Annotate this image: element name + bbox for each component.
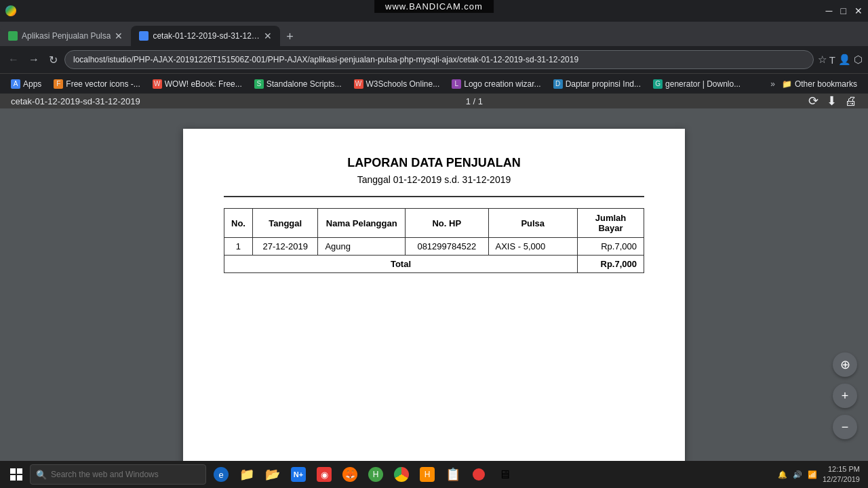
taskbar-right: 🔔 🔊 📶 12:15 PM 12/27/2019 [772,464,865,485]
tab-aplikasi[interactable]: Aplikasi Penjualan Pulsa ✕ [0,26,131,46]
bookmark-freevector[interactable]: F Free vector icons -... [48,78,145,90]
bookmark-wow[interactable]: W WOW! eBook: Free... [147,78,248,90]
address-input[interactable] [64,50,814,69]
bandicam-text: www.BANDICAM.com [385,1,483,12]
taskbar-app3[interactable]: 📂 [260,462,285,487]
taskbar-clock[interactable]: 12:15 PM 12/27/2019 [823,464,860,485]
extension-icon[interactable]: ⬡ [854,54,863,66]
taskbar-app5[interactable]: ◉ [312,462,336,487]
start-button[interactable] [3,461,30,488]
bookmark-wow-icon: W [153,79,162,89]
bookmark-daptar-label: Daptar propinsi Ind... [566,79,641,89]
zoom-controls: ⊕ + − [833,352,857,439]
bookmark-standalone[interactable]: S Standalone Scripts... [249,78,347,90]
taskbar-firefox-icon[interactable]: 🦊 [338,462,362,487]
close-button[interactable]: ✕ [854,5,863,16]
total-value: Rp.7,000 [577,256,644,273]
refresh-button[interactable]: ↻ [46,51,60,69]
bookmark-star-icon[interactable]: ☆ [818,54,827,66]
tab-close-2[interactable]: ✕ [264,30,272,41]
taskbar-notification-icon[interactable]: 🔔 [778,470,787,479]
report-divider [224,196,644,197]
taskbar-app7[interactable]: H [363,462,388,487]
bookmark-apps[interactable]: A Apps [5,78,47,90]
bandicam-watermark: www.BANDICAM.com [374,0,494,13]
maximize-button[interactable]: □ [841,5,846,16]
report-title: LAPORAN DATA PENJUALAN [224,156,644,170]
bookmark-w3schools-icon: W [354,79,363,89]
taskbar-time-display: 12:15 PM [828,464,860,474]
windows-icon [10,468,22,481]
address-bar: ← → ↻ ☆ T 👤 ⬡ [0,46,868,73]
col-nama: Nama Pelanggan [318,209,406,238]
bookmark-freevector-label: Free vector icons -... [66,79,140,89]
total-label: Total [224,256,578,273]
taskbar-explorer-icon[interactable]: 📁 [235,462,259,487]
taskbar-chrome-icon[interactable] [389,462,414,487]
pdf-toolbar: cetak-01-12-2019-sd-31-12-2019 1 / 1 ⟳ ⬇… [0,94,868,108]
pdf-download-button[interactable]: ⬇ [827,94,837,108]
col-pulsa: Pulsa [488,209,577,238]
zoom-in-button[interactable]: + [833,384,857,408]
bookmark-logo-icon: L [452,79,461,89]
pdf-page-container: LAPORAN DATA PENJUALAN Tanggal 01-12-201… [183,129,685,461]
other-bookmarks-label: Other bookmarks [795,79,857,89]
cell-no: 1 [224,238,253,256]
cell-jumlah: Rp.7,000 [577,238,644,256]
bookmark-daptar[interactable]: D Daptar propinsi Ind... [548,78,646,90]
minimize-button[interactable]: ─ [826,5,833,16]
bookmark-generator-icon: G [653,79,663,89]
translate-icon[interactable]: T [829,54,835,66]
taskbar-search-input[interactable] [51,470,200,479]
cell-nohp: 081299784522 [406,238,488,256]
browser-logo [5,5,16,16]
bookmark-w3schools[interactable]: W W3Schools Online... [349,78,446,90]
pdf-page-area: LAPORAN DATA PENJUALAN Tanggal 01-12-201… [0,108,868,461]
tab-close-1[interactable]: ✕ [115,30,123,41]
taskbar-app10[interactable]: 📋 [441,462,465,487]
taskbar-app4[interactable]: N+ [286,462,311,487]
cell-tanggal: 27-12-2019 [252,238,317,256]
taskbar-ie-icon[interactable]: e [209,462,233,487]
bookmark-freevector-icon: F [54,79,63,89]
bookmark-logo[interactable]: L Logo creation wizar... [446,78,546,90]
bookmark-daptar-icon: D [553,79,563,89]
pdf-page-info: 1 / 1 [466,96,483,106]
bookmark-wow-label: WOW! eBook: Free... [165,79,242,89]
taskbar-volume-icon[interactable]: 🔊 [793,470,802,479]
taskbar-app12[interactable]: 🖥 [492,462,517,487]
more-bookmarks-button[interactable]: » [770,79,775,89]
forward-button[interactable]: → [26,51,42,68]
back-button[interactable]: ← [5,51,22,68]
bookmark-standalone-icon: S [254,79,264,89]
taskbar-apps: e 📁 📂 N+ ◉ 🦊 H H 📋 [209,462,517,487]
taskbar-date-display: 12/27/2019 [823,474,860,485]
title-bar-left [5,5,16,16]
taskbar-search[interactable]: 🔍 [30,464,206,485]
col-jumlah: Jumlah Bayar [577,209,644,238]
taskbar-app11[interactable] [467,462,491,487]
taskbar-app9[interactable]: H [415,462,439,487]
zoom-out-button[interactable]: − [833,415,857,439]
pdf-refresh-button[interactable]: ⟳ [808,94,818,108]
table-row: 1 27-12-2019 Agung 081299784522 AXIS - 5… [224,238,644,256]
tab-cetak[interactable]: cetak-01-12-2019-sd-31-12-201... ✕ [131,26,280,46]
taskbar: 🔍 e 📁 📂 N+ ◉ 🦊 H H 📋 [0,461,868,488]
taskbar-network-icon[interactable]: 📶 [808,470,817,479]
profile-icon[interactable]: 👤 [838,54,851,66]
bookmark-w3schools-label: W3Schools Online... [366,79,440,89]
table-header-row: No. Tanggal Nama Pelanggan No. HP Pulsa … [224,209,644,238]
bookmark-standalone-label: Standalone Scripts... [267,79,342,89]
col-nohp: No. HP [406,209,488,238]
cell-pulsa: AXIS - 5,000 [488,238,577,256]
title-bar-controls: ─ □ ✕ [826,5,863,16]
pdf-title: cetak-01-12-2019-sd-31-12-2019 [11,96,140,106]
report-subtitle: Tanggal 01-12-2019 s.d. 31-12-2019 [224,174,644,185]
bookmark-generator[interactable]: G generator | Downlo... [648,78,746,90]
zoom-fit-button[interactable]: ⊕ [833,352,857,377]
other-bookmarks[interactable]: 📁 Other bookmarks [776,78,863,90]
tab-favicon-1 [8,31,18,41]
tab-favicon-2 [139,31,149,41]
pdf-print-button[interactable]: 🖨 [845,94,857,108]
new-tab-button[interactable]: + [280,27,299,46]
